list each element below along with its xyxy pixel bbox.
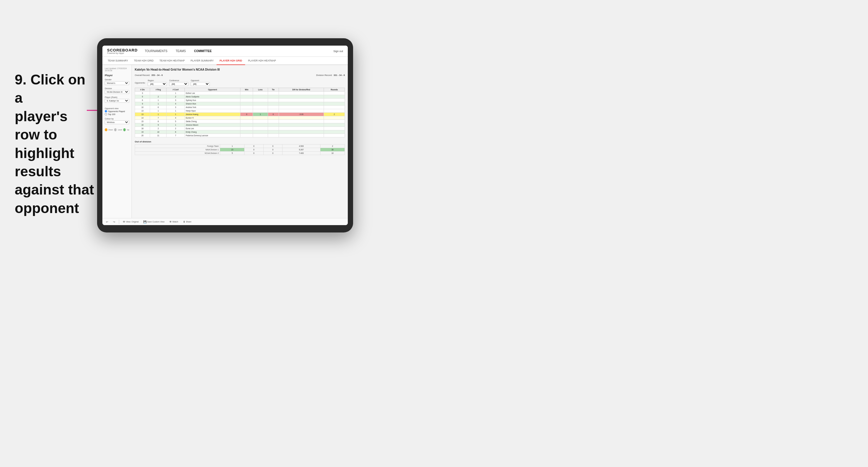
col-div: # Div [135, 88, 150, 92]
table-row[interactable]: 13 1 1 Jessica Huang 0 1 0 -3.00 2 [135, 113, 345, 116]
undo-btn[interactable]: ↩ [105, 220, 110, 224]
cell-loss: 1 [253, 113, 268, 116]
tablet-frame: SCOREBOARD Powered by clippd TOURNAMENTS… [97, 38, 353, 232]
cell-div: 3 [135, 92, 150, 95]
table-row[interactable]: 16 9 1 Jessica Mason [135, 123, 345, 127]
nav-tournaments[interactable]: TOURNAMENTS [144, 49, 168, 53]
cell-win [240, 95, 253, 99]
out-of-division-title: Out of division [135, 141, 345, 143]
player-rank-select[interactable]: 8. Katelyn Vo [105, 99, 129, 103]
out-cell-name: NAIA Division 1 [135, 148, 220, 152]
tab-team-summary[interactable]: TEAM SUMMARY [105, 57, 131, 65]
eye-icon: 👁 [123, 220, 125, 223]
table-row[interactable]: 18 2 2 Euna Lee [135, 127, 345, 130]
tab-team-h2h-grid[interactable]: TEAM H2H GRID [131, 57, 157, 65]
cell-tie: 0 [268, 113, 279, 116]
tab-player-summary[interactable]: PLAYER SUMMARY [188, 57, 217, 65]
cell-diff [279, 123, 324, 127]
nav-left: SCOREBOARD Powered by clippd TOURNAMENTS… [107, 48, 213, 54]
cell-diff [279, 127, 324, 130]
cell-loss [253, 99, 268, 102]
cell-win [240, 134, 253, 137]
col-tie: Tie [268, 88, 279, 92]
cell-div: 6 [135, 99, 150, 102]
out-table-row[interactable]: Foreign Team 1 0 0 4.500 2 [135, 145, 345, 148]
cell-tie [268, 95, 279, 99]
table-row[interactable]: 15 8 5 Stella Cheng [135, 120, 345, 123]
cell-opponent: Jessica Mason [185, 123, 240, 127]
share-btn[interactable]: ⬆ Share [182, 220, 193, 224]
cell-diff: -3.00 [279, 113, 324, 116]
cell-win [240, 127, 253, 130]
table-row[interactable]: 14 7 4 Eunice Yi [135, 116, 345, 120]
gender-select[interactable]: Women's [105, 81, 129, 85]
table-row[interactable]: 19 10 6 Emily Chang [135, 130, 345, 134]
cell-conf: 3 [166, 106, 185, 109]
col-loss: Loss [253, 88, 268, 92]
table-row[interactable]: 10 6 3 Andrea York [135, 106, 345, 109]
col-opponent: Opponent [185, 88, 240, 92]
division-select[interactable]: NCAA Division III [105, 90, 129, 94]
toolbar-divider-1 [119, 220, 119, 224]
tab-team-h2h-heatmap[interactable]: TEAM H2H HEATMAP [157, 57, 188, 65]
cell-diff [279, 106, 324, 109]
region-select[interactable]: (All) [148, 82, 167, 86]
table-row[interactable]: 9 1 4 Sharon Mun [135, 102, 345, 106]
out-table-row[interactable]: NCAA Division 2 5 0 0 7.400 10 [135, 152, 345, 155]
opponent-option-2[interactable]: Top 100 [105, 113, 129, 115]
colour-by-select[interactable]: Win/loss [105, 120, 129, 124]
save-custom-view-btn[interactable]: 💾 Save Custom View [142, 220, 166, 224]
opponent-option-1[interactable]: Opponents Played [105, 110, 129, 113]
out-cell-tie: 0 [264, 152, 282, 155]
sidebar-player-title: Player [105, 74, 129, 77]
cell-opponent: Eunice Yi [185, 116, 240, 120]
out-cell-name: Foreign Team [135, 145, 220, 148]
redo-btn[interactable]: ↪ [112, 220, 117, 224]
cell-loss [253, 120, 268, 123]
cell-conf: 1 [166, 113, 185, 116]
out-cell-tie: 0 [264, 145, 282, 148]
cell-reg: 2 [150, 127, 166, 130]
table-row[interactable]: 5 2 2 Alexis Sudijanto [135, 95, 345, 99]
opponents-label: Opponents: [135, 82, 145, 84]
cell-opponent: Federica Domecq Lacroze [185, 134, 240, 137]
colour-legend: Down Level Up [105, 128, 129, 131]
table-row[interactable]: 6 1 3 Sydney Kuo [135, 99, 345, 102]
colour-by-label: Colour by [105, 118, 129, 120]
tab-player-h2h-grid[interactable]: PLAYER H2H GRID [217, 57, 245, 65]
filters-row: Opponents: Region (All) Conference (All) [135, 80, 345, 86]
cell-tie [268, 99, 279, 102]
out-table-row[interactable]: NAIA Division 1 15 0 0 9.267 30 [135, 148, 345, 152]
conference-select[interactable]: (All) [169, 82, 188, 86]
out-cell-diff: 7.400 [282, 152, 320, 155]
table-row[interactable]: 20 11 7 Federica Domecq Lacroze [135, 134, 345, 137]
tab-player-h2h-heatmap[interactable]: PLAYER H2H HEATMAP [245, 57, 279, 65]
cell-rounds [324, 123, 345, 127]
table-row[interactable]: 13 1 1 Heejo Hyun [135, 109, 345, 113]
out-cell-rounds: 30 [320, 148, 345, 152]
cell-reg: 10 [150, 130, 166, 134]
cell-tie [268, 109, 279, 113]
cell-loss [253, 109, 268, 113]
col-win: Win [240, 88, 253, 92]
watch-label: Watch [173, 221, 178, 223]
sign-out-link[interactable]: Sign out [333, 50, 343, 53]
cell-tie [268, 134, 279, 137]
out-cell-loss: 0 [245, 145, 264, 148]
cell-rounds [324, 99, 345, 102]
undo-icon: ↩ [106, 220, 108, 223]
table-row[interactable]: 3 1 Esther Lee [135, 92, 345, 95]
out-cell-loss: 0 [245, 152, 264, 155]
cell-tie [268, 102, 279, 106]
opponent-select[interactable]: (All) [191, 82, 210, 86]
nav-teams[interactable]: TEAMS [175, 49, 187, 53]
cell-diff [279, 134, 324, 137]
view-original-btn[interactable]: 👁 View: Original [122, 220, 140, 224]
cell-div: 20 [135, 134, 150, 137]
cell-reg: 6 [150, 106, 166, 109]
nav-committee[interactable]: COMMITTEE [193, 49, 213, 53]
watch-btn[interactable]: 👁 Watch [168, 220, 180, 224]
cell-loss [253, 95, 268, 99]
col-conf: # Conf [166, 88, 185, 92]
cell-loss [253, 116, 268, 120]
